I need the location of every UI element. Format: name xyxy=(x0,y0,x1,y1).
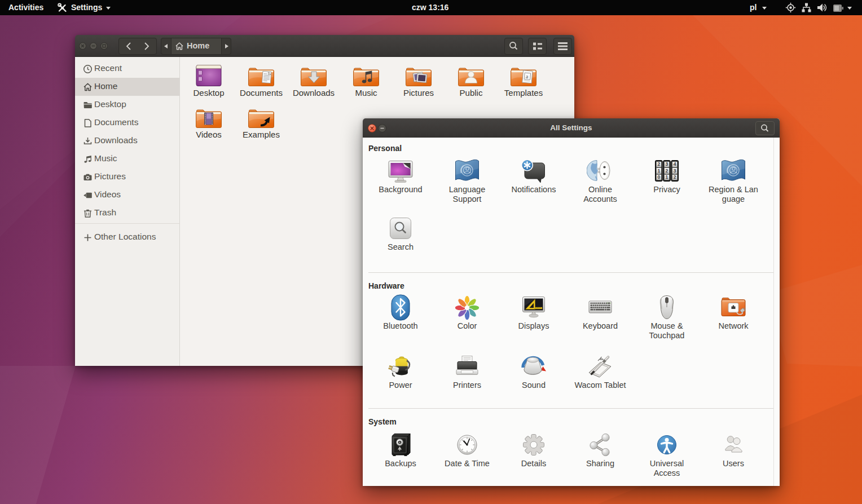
svg-text:2: 2 xyxy=(666,168,669,174)
svg-text:3: 3 xyxy=(666,161,669,167)
svg-text:2: 2 xyxy=(657,161,660,167)
svg-text:2: 2 xyxy=(674,174,676,180)
svg-text:4: 4 xyxy=(674,161,676,167)
svg-text:1: 1 xyxy=(666,174,669,180)
svg-text:0: 0 xyxy=(657,174,660,180)
svg-text:3: 3 xyxy=(674,168,676,174)
svg-text:1: 1 xyxy=(657,168,660,174)
